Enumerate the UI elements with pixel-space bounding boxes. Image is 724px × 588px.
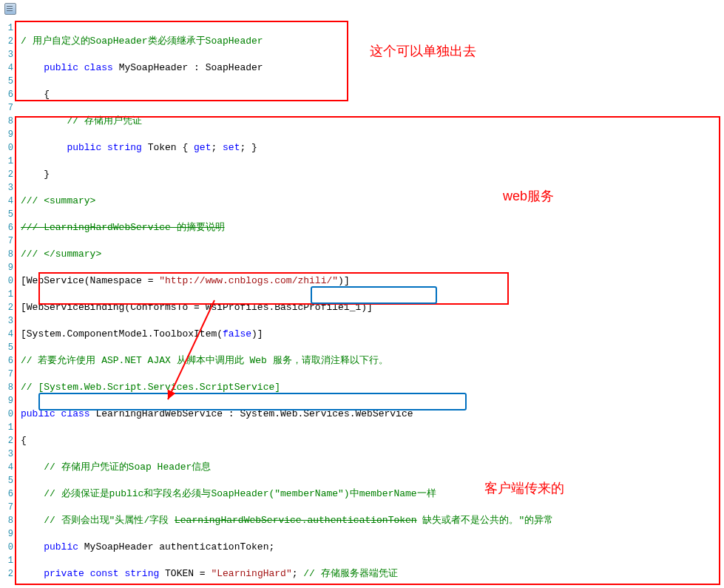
line-num: 3	[0, 181, 13, 195]
line-num: 5	[0, 341, 13, 354]
code-line: {	[21, 88, 724, 101]
line-num: 7	[0, 501, 13, 514]
line-num: 4	[0, 61, 13, 75]
code-line: // 否则会出现"头属性/字段 LearningHardWebService.a…	[21, 514, 724, 527]
code-line: [System.ComponentModel.ToolboxItem(false…	[21, 328, 724, 341]
line-num: 7	[0, 368, 13, 381]
code-line: // 必须保证是public和字段名必须与SoapHeader("memberN…	[21, 487, 724, 501]
line-num: 6	[0, 487, 13, 501]
line-num: 3	[0, 48, 13, 61]
line-num: 1	[0, 21, 13, 35]
line-num: 2	[0, 567, 13, 581]
code-line: }	[21, 168, 724, 181]
line-num: 3	[0, 314, 13, 328]
line-num: 5	[0, 208, 13, 221]
line-num: 4	[0, 195, 13, 208]
code-line: /// <summary>	[21, 195, 724, 208]
code-line: public string Token { get; set; }	[21, 141, 724, 155]
line-num: 5	[0, 75, 13, 88]
code-line: // 存储用户凭证	[21, 115, 724, 128]
line-num: 8	[0, 381, 13, 394]
code-area: / 用户自定义的SoapHeader类必须继承于SoapHeader publi…	[13, 0, 724, 588]
line-num: 2	[0, 35, 13, 48]
code-line: [WebServiceBinding(ConformsTo = WsiProfi…	[21, 301, 724, 314]
line-num: 2	[0, 434, 13, 447]
line-num: 3	[0, 447, 13, 461]
code-line: / 用户自定义的SoapHeader类必须继承于SoapHeader	[21, 35, 724, 48]
line-num: 8	[0, 248, 13, 261]
line-num: 0	[0, 141, 13, 155]
line-num: 1	[0, 421, 13, 434]
line-num: 6	[0, 221, 13, 234]
line-num: 6	[0, 88, 13, 101]
line-num: 9	[0, 394, 13, 408]
code-line: // 存储用户凭证的Soap Header信息	[21, 461, 724, 474]
line-num: 0	[0, 408, 13, 421]
line-num: 0	[0, 274, 13, 288]
line-num: 2	[0, 168, 13, 181]
line-num: 6	[0, 354, 13, 368]
code-line: /// </summary>	[21, 248, 724, 261]
line-num: 8	[0, 514, 13, 527]
code-line: {	[21, 434, 724, 447]
line-num: 1	[0, 554, 13, 567]
line-number-gutter: 1 2 3 4 5 6 7 8 9 0 1 2 3 4 5 6 7 8 9 0 …	[0, 0, 13, 588]
line-num: 9	[0, 128, 13, 141]
code-line: /// LearningHardWebService 的摘要说明	[21, 221, 724, 234]
line-num: 9	[0, 261, 13, 274]
line-num: 7	[0, 234, 13, 248]
line-num: 1	[0, 288, 13, 301]
code-line: // [System.Web.Script.Services.ScriptSer…	[21, 381, 724, 394]
line-num: 7	[0, 101, 13, 115]
line-num: 2	[0, 301, 13, 314]
line-num: 9	[0, 527, 13, 541]
code-line: // 若要允许使用 ASP.NET AJAX 从脚本中调用此 Web 服务，请取…	[21, 354, 724, 368]
code-line: public class LearningHardWebService : Sy…	[21, 408, 724, 421]
line-num: 1	[0, 155, 13, 168]
line-num: 4	[0, 328, 13, 341]
line-num: 5	[0, 474, 13, 487]
line-num: 0	[0, 541, 13, 554]
code-line: [WebService(Namespace = "http://www.cnbl…	[21, 274, 724, 288]
code-line: public MySoapHeader authenticationToken;	[21, 541, 724, 554]
code-line: private const string TOKEN = "LearningHa…	[21, 567, 724, 581]
line-num: 4	[0, 461, 13, 474]
line-num: 8	[0, 115, 13, 128]
code-editor: 1 2 3 4 5 6 7 8 9 0 1 2 3 4 5 6 7 8 9 0 …	[0, 0, 724, 588]
code-line: public class MySoapHeader : SoapHeader	[21, 61, 724, 75]
